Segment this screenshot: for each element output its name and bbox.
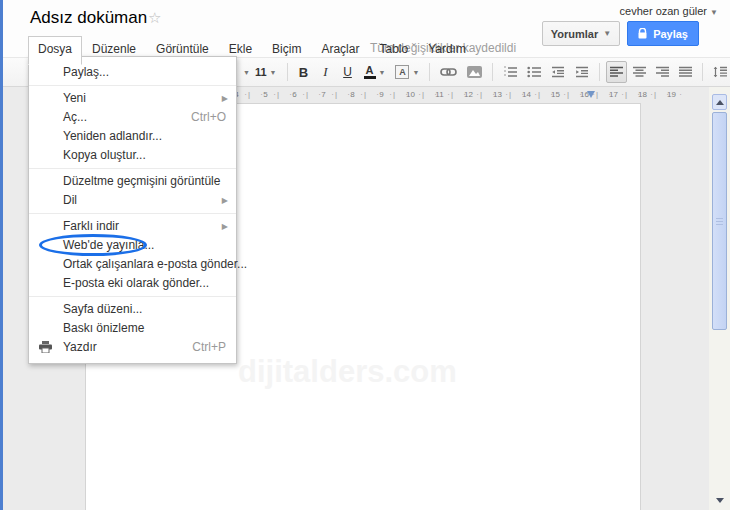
menu-item-duzeltme-gecmisi[interactable]: Düzeltme geçmişini görüntüle (29, 172, 236, 191)
menu-item-baski-onizleme[interactable]: Baskı önizleme (29, 319, 236, 338)
menu-separator (29, 168, 236, 169)
increase-indent-button[interactable] (571, 61, 593, 83)
menu-item-ac[interactable]: Aç...Ctrl+O (29, 108, 236, 127)
menu-duzenle[interactable]: Düzenle (82, 36, 146, 63)
decrease-indent-button[interactable] (547, 61, 569, 83)
share-button[interactable]: Paylaş (627, 21, 699, 46)
menu-tablo[interactable]: Tablo (369, 36, 418, 63)
comments-button[interactable]: Yorumlar ▼ (542, 21, 620, 46)
menu-item-kopya-olustur[interactable]: Kopya oluştur... (29, 146, 236, 165)
submenu-arrow-icon (222, 89, 228, 108)
italic-button[interactable]: I (316, 61, 336, 83)
scroll-up-button[interactable] (712, 94, 727, 110)
menu-item-eposta-eki[interactable]: E-posta eki olarak gönder... (29, 274, 236, 293)
toolbar-separator (429, 63, 430, 81)
watermark: dijitalders.com (238, 354, 457, 390)
menu-item-dil[interactable]: Dil (29, 191, 236, 210)
highlight-color-button[interactable]: A ▼ (391, 61, 423, 83)
insert-image-button[interactable] (463, 61, 486, 83)
decrease-indent-icon (551, 66, 565, 78)
align-left-button[interactable] (606, 61, 627, 83)
menu-yardim[interactable]: Yardım (418, 36, 476, 63)
file-menu: Paylaş... Yeni Aç...Ctrl+O Yeniden adlan… (28, 56, 237, 364)
chevron-down-icon: ▼ (710, 8, 718, 17)
ruler-number: 9 (367, 88, 396, 101)
ruler-number: 18 (628, 88, 657, 101)
italic-glyph: I (323, 64, 327, 80)
margin-marker-icon[interactable] (587, 91, 595, 98)
insert-link-button[interactable] (436, 61, 461, 83)
ruler-number: 5 (251, 88, 280, 101)
menu-araclar[interactable]: Araçlar (311, 36, 369, 63)
menu-item-yeni[interactable]: Yeni (29, 89, 236, 108)
menu-item-paylas[interactable]: Paylaş... (29, 63, 236, 82)
ruler-number: 7 (309, 88, 338, 101)
numbered-list-button[interactable] (499, 61, 521, 83)
share-button-label: Paylaş (653, 28, 688, 40)
bold-button[interactable]: B (294, 61, 314, 83)
scroll-down-button[interactable] (712, 493, 727, 508)
toolbar-separator (702, 63, 703, 81)
align-center-button[interactable] (629, 61, 650, 83)
line-spacing-button[interactable]: ▼ (709, 61, 730, 83)
window-left-edge (0, 0, 3, 510)
image-icon (467, 66, 482, 78)
ruler-number: 13 (483, 88, 512, 101)
menubar: Dosya Düzenle Görüntüle Ekle Biçim Araçl… (28, 36, 476, 63)
underline-button[interactable]: U (338, 61, 358, 83)
chevron-down-icon: ▼ (603, 29, 611, 38)
menu-ekle[interactable]: Ekle (219, 36, 262, 63)
account-menu[interactable]: cevher ozan güler ▼ (620, 5, 718, 17)
shortcut-label: Ctrl+P (192, 338, 226, 357)
submenu-arrow-icon (222, 217, 228, 236)
align-center-icon (633, 66, 646, 78)
highlight-color-icon: A (395, 65, 409, 79)
menu-separator (29, 213, 236, 214)
text-color-button[interactable]: A ▼ (360, 61, 390, 83)
printer-icon (39, 341, 52, 353)
justify-icon (679, 66, 692, 78)
bulleted-list-icon (527, 66, 541, 78)
justify-button[interactable] (675, 61, 696, 83)
chevron-down-icon (716, 498, 724, 503)
menu-item-farkli-indir[interactable]: Farklı indir (29, 217, 236, 236)
toolbar-separator (599, 63, 600, 81)
underline-glyph: U (343, 65, 352, 79)
align-right-button[interactable] (652, 61, 673, 83)
chevron-down-icon: ▼ (270, 69, 277, 76)
menu-separator (29, 85, 236, 86)
menu-item-yazdir[interactable]: Yazdır Ctrl+P (29, 338, 236, 357)
menu-item-yeniden-adlandir[interactable]: Yeniden adlandır... (29, 127, 236, 146)
menu-bicim[interactable]: Biçim (262, 36, 311, 63)
link-icon (440, 67, 457, 77)
menu-item-ortak-calisanlara-eposta[interactable]: Ortak çalışanlara e-posta gönder... (29, 255, 236, 274)
bulleted-list-button[interactable] (523, 61, 545, 83)
document-title[interactable]: Adsız doküman (30, 8, 147, 28)
increase-indent-icon (575, 66, 589, 78)
chevron-down-icon: ▼ (412, 69, 419, 76)
text-color-icon: A (364, 66, 376, 79)
scrollbar-thumb[interactable] (712, 112, 727, 330)
submenu-arrow-icon (222, 191, 228, 210)
scrollbar-track[interactable] (709, 87, 730, 510)
menu-item-webde-yayinla[interactable]: Web'de yayınla... (29, 236, 236, 255)
shortcut-label: Ctrl+O (191, 108, 226, 127)
menu-goruntule[interactable]: Görüntüle (146, 36, 219, 63)
ruler-number: 17 (599, 88, 628, 101)
ruler-number: 11 (425, 88, 454, 101)
align-right-icon (656, 66, 669, 78)
chevron-down-icon: ▼ (379, 69, 386, 76)
numbered-list-icon (503, 66, 517, 78)
ruler-number: 8 (338, 88, 367, 101)
chevron-up-icon (716, 100, 724, 105)
menu-dosya[interactable]: Dosya (28, 36, 82, 65)
menu-item-sayfa-duzeni[interactable]: Sayfa düzeni... (29, 300, 236, 319)
ruler-number: 6 (280, 88, 309, 101)
font-size-dropdown[interactable]: 11 ▼ (251, 61, 281, 83)
star-icon[interactable]: ☆ (148, 9, 161, 27)
ruler-number: 19 (657, 88, 686, 101)
font-dropdown-partial-icon[interactable]: ▼ (243, 69, 250, 76)
ruler-number: 14 (512, 88, 541, 101)
lock-icon (638, 28, 647, 39)
bold-glyph: B (299, 65, 308, 80)
